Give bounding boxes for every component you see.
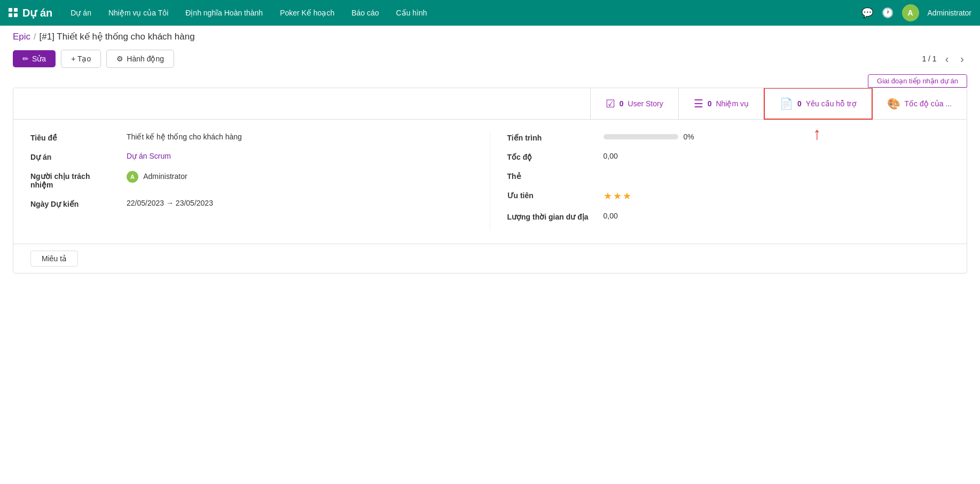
yeu-cau-count: 0 [797,99,802,108]
nhiem-vu-count: 0 [708,99,712,108]
field-the: Thẻ [507,171,950,181]
grid-icon [9,8,18,18]
field-tien-trinh: Tiến trình 0% [507,132,950,142]
app-name: Dự án [22,6,52,19]
user-story-count: 0 [620,99,624,108]
menu-dinh-nghia[interactable]: Định nghĩa Hoàn thành [178,5,270,20]
field-label-uu-tien: Ưu tiên [507,190,603,200]
red-arrow: ↑ [813,124,821,144]
field-label-luong-tgian: Lượng thời gian dư địa [507,212,603,221]
edit-label: Sửa [32,54,46,63]
left-column: Tiêu đề Thiết kế hệ thống cho khách hàng… [30,132,490,231]
tab-nhiem-vu[interactable]: ☰ 0 Nhiệm vụ [679,88,764,119]
tab-user-story[interactable]: ☑ 0 User Story [591,88,679,119]
field-du-an: Dự án Dự án Scrum [30,152,490,161]
create-button[interactable]: + Tạo [61,50,101,68]
field-ngay-du-kien: Ngày Dự kiến 22/05/2023 → 23/05/2023 [30,199,490,208]
content-area: Tiêu đề Thiết kế hệ thống cho khách hàng… [13,120,967,244]
prev-button[interactable]: ‹ [942,52,952,66]
pagination-info: 1 / 1 [922,54,936,63]
breadcrumb-current: [#1] Thiết kế hệ thống cho khách hàng [40,31,195,42]
progress-bar-container: 0% [603,132,694,141]
clock-icon[interactable]: 🕐 [882,7,893,19]
field-value-uu-tien: ★★★ [603,190,632,202]
field-tieu-de: Tiêu đề Thiết kế hệ thống cho khách hàng [30,132,490,142]
tab-spacer [13,88,591,119]
nhiem-vu-icon: ☰ [694,97,703,110]
menu-du-an[interactable]: Dự án [63,5,99,20]
gear-icon: ⚙ [116,54,123,63]
user-story-icon: ☑ [606,97,615,110]
action-label: Hành động [127,54,164,63]
breadcrumb: Epic / [#1] Thiết kế hệ thống cho khách … [0,26,980,45]
field-label-tieu-de: Tiêu đề [30,132,127,142]
toc-do-icon: 🎨 [887,97,900,110]
menu-bao-cao[interactable]: Báo cáo [344,5,386,20]
next-button[interactable]: › [957,52,967,66]
field-value-toc-do: 0,00 [603,152,618,160]
responsible-name: Administrator [143,172,187,181]
menu-nhiem-vu[interactable]: Nhiệm vụ của Tôi [101,5,176,20]
field-label-ngay-du-kien: Ngày Dự kiến [30,199,127,208]
field-uu-tien: Ưu tiên ★★★ [507,190,950,202]
field-value-du-an[interactable]: Dự án Scrum [127,152,171,160]
app-logo[interactable]: Dự án [9,6,52,19]
main-menu: Dự án Nhiệm vụ của Tôi Định nghĩa Hoàn t… [63,5,861,20]
progress-pct: 0% [684,132,694,141]
toc-do-label: Tốc độ của ... [905,99,952,108]
field-label-the: Thẻ [507,171,603,181]
tab-bar: ☑ 0 User Story ☰ 0 Nhiệm vụ 📄 0 Yêu cầu … [13,88,967,120]
yeu-cau-label: Yêu cầu hỗ trợ [806,99,857,108]
field-nguoi-chiu-tn: Người chịu tráchnhiệm A Administrator [30,171,490,189]
breadcrumb-link[interactable]: Epic [13,32,30,42]
right-column: Tiến trình 0% Tốc độ 0,00 Thẻ Ưu tiên ★★… [490,132,950,231]
field-value-nguoi-chiu-tn: A Administrator [127,171,187,183]
field-label-tien-trinh: Tiến trình [507,132,603,142]
stage-label[interactable]: Giai đoạn tiếp nhận dự án [868,74,967,88]
menu-poker[interactable]: Poker Kế hoạch [272,5,342,20]
menu-cau-hinh[interactable]: Cấu hình [389,5,435,20]
field-label-toc-do: Tốc độ [507,152,603,161]
nhiem-vu-label: Nhiệm vụ [716,99,749,108]
avatar[interactable]: A [902,4,919,21]
top-navigation: Dự án Dự án Nhiệm vụ của Tôi Định nghĩa … [0,0,980,26]
action-button[interactable]: ⚙ Hành động [106,50,174,68]
yeu-cau-icon: 📄 [780,97,793,110]
field-toc-do: Tốc độ 0,00 [507,152,950,161]
breadcrumb-separator: / [34,32,36,42]
field-value-ngay-du-kien: 22/05/2023 → 23/05/2023 [127,199,213,207]
progress-bar-bg [603,134,678,139]
stage-bar: Giai đoạn tiếp nhận dự án [0,74,980,88]
tab-yeu-cau-ho-tro[interactable]: 📄 0 Yêu cầu hỗ trợ [764,88,873,120]
chat-icon[interactable]: 💬 [861,7,873,19]
edit-button[interactable]: ✏ Sửa [13,50,56,67]
field-label-du-an: Dự án [30,152,127,161]
edit-icon: ✏ [22,54,29,63]
field-label-nguoi-chiu-tn: Người chịu tráchnhiệm [30,171,127,189]
create-label: + Tạo [71,54,91,63]
description-tabs: Miêu tả [13,244,967,273]
user-story-label: User Story [628,99,663,108]
responsible-avatar: A [127,171,138,183]
field-luong-tgian: Lượng thời gian dư địa 0,00 [507,212,950,221]
main-card: ☑ 0 User Story ☰ 0 Nhiệm vụ 📄 0 Yêu cầu … [13,88,967,274]
field-value-luong-tgian: 0,00 [603,212,618,220]
field-value-tieu-de: Thiết kế hệ thống cho khách hàng [127,132,242,141]
tab-toc-do[interactable]: 🎨 Tốc độ của ... [872,88,967,119]
toolbar: ✏ Sửa + Tạo ⚙ Hành động 1 / 1 ‹ › [0,45,980,74]
username[interactable]: Administrator [928,9,971,17]
tab-mieu-ta[interactable]: Miêu tả [30,251,78,267]
topnav-right: 💬 🕐 A Administrator [861,4,971,21]
